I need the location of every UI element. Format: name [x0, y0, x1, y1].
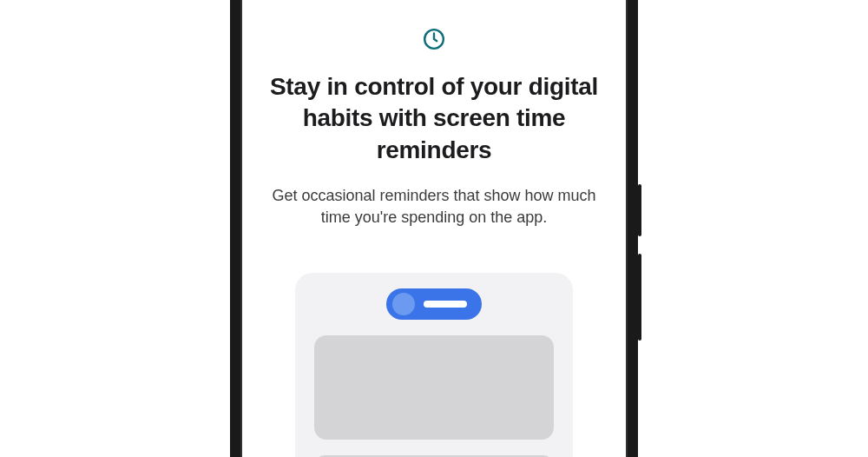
onboarding-description: Get occasional reminders that show how m… [269, 185, 599, 228]
content-placeholder [314, 335, 554, 440]
illustration-card [295, 273, 573, 457]
toggle-illustration [386, 288, 482, 320]
toggle-knob [392, 293, 415, 315]
clock-icon [423, 28, 445, 50]
onboarding-heading: Stay in control of your digital habits w… [265, 71, 603, 166]
phone-side-button [638, 254, 641, 341]
onboarding-screen: Stay in control of your digital habits w… [240, 0, 628, 457]
toggle-bar [424, 301, 467, 308]
phone-side-button [638, 184, 641, 236]
phone-frame: Stay in control of your digital habits w… [230, 0, 638, 457]
